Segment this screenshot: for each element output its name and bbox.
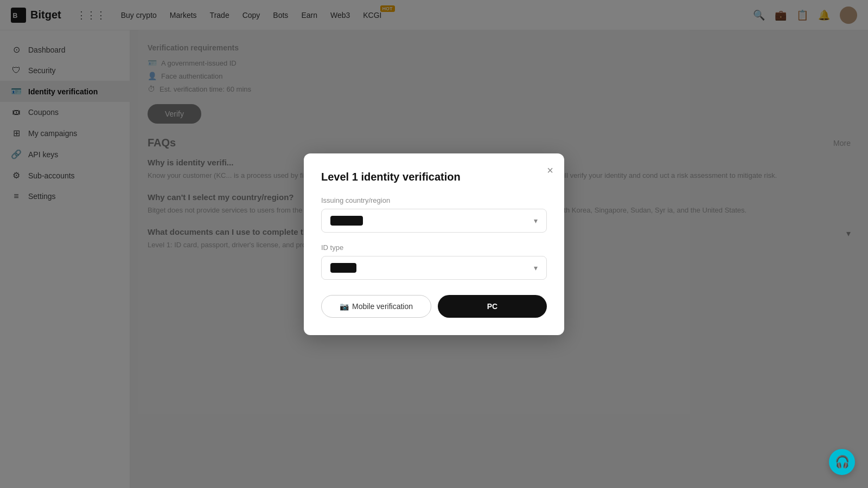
country-group: Issuing country/region ▾ [321,196,547,233]
camera-icon: 📷 [340,302,349,311]
country-label: Issuing country/region [321,196,547,204]
id-type-value-block [330,263,356,273]
country-select[interactable]: ▾ [321,209,547,233]
id-type-label: ID type [321,243,547,252]
mobile-verification-button[interactable]: 📷 Mobile verification [321,295,431,318]
chat-widget[interactable]: 🎧 [829,449,855,475]
modal-title: Level 1 identity verification [321,171,547,183]
id-type-group: ID type ▾ [321,243,547,280]
pc-button[interactable]: PC [438,295,547,318]
modal-overlay[interactable]: Level 1 identity verification × Issuing … [0,0,868,488]
mobile-btn-label: Mobile verification [352,302,413,311]
id-type-select[interactable]: ▾ [321,256,547,280]
headset-icon: 🎧 [835,455,850,469]
id-type-chevron-icon: ▾ [534,264,538,272]
modal-actions: 📷 Mobile verification PC [321,295,547,318]
modal: Level 1 identity verification × Issuing … [304,153,564,335]
modal-close-button[interactable]: × [547,164,553,177]
country-value-block [330,216,363,226]
country-chevron-icon: ▾ [534,216,538,225]
